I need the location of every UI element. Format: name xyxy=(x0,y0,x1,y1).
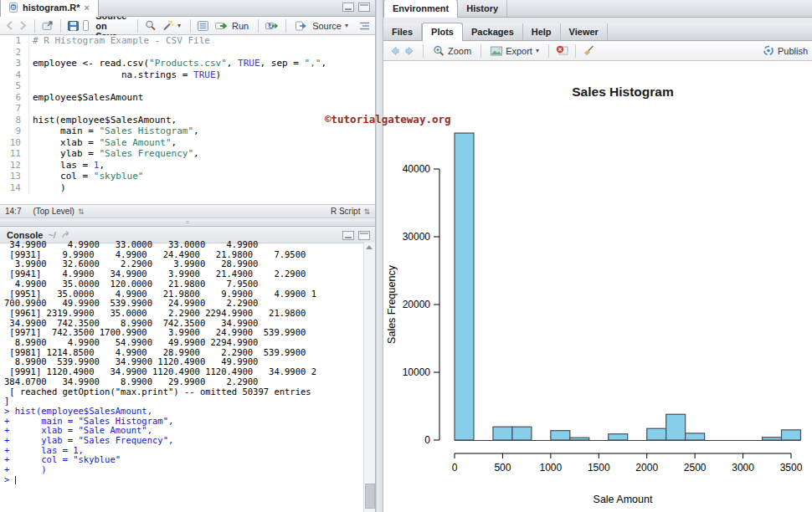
editor-status-bar: 14:7 (Top Level) R Script xyxy=(0,204,375,218)
chevron-down-icon: ▾ xyxy=(345,22,348,29)
histogram-plot: Sales Histogram010000200003000040000Sale… xyxy=(383,61,812,512)
go-to-directory-icon[interactable] xyxy=(61,231,72,239)
previous-plot-icon[interactable] xyxy=(388,46,400,56)
code-line: 11 ylab = "Sales Frequency", xyxy=(0,148,375,160)
svg-text:R: R xyxy=(12,5,16,10)
histogram-bar xyxy=(686,433,705,440)
close-icon[interactable]: × xyxy=(84,3,89,13)
scope-selector[interactable]: (Top Level) xyxy=(33,207,84,216)
find-icon[interactable] xyxy=(145,20,156,31)
console-line: [9961] 2319.9900 35.0000 2.2900 2294.990… xyxy=(4,309,375,319)
line-number: 13 xyxy=(0,171,29,182)
tab-viewer[interactable]: Viewer xyxy=(561,23,608,40)
code-line: 2 xyxy=(0,47,375,59)
maximize-pane-icon[interactable] xyxy=(358,231,370,240)
tab-files[interactable]: Files xyxy=(383,23,422,40)
x-tick-label: 3500 xyxy=(780,462,803,474)
horizontal-splitter[interactable]: = xyxy=(0,218,375,227)
line-number: 1 xyxy=(0,35,29,47)
line-number: 5 xyxy=(0,80,29,92)
line-number: 11 xyxy=(0,148,29,160)
publish-label: Publish xyxy=(778,46,808,56)
plot-display-area: Sales Histogram010000200003000040000Sale… xyxy=(383,61,812,512)
minimize-pane-icon[interactable] xyxy=(342,3,354,12)
forward-icon[interactable] xyxy=(18,21,28,30)
code-tools-button[interactable]: ▾ xyxy=(160,18,183,33)
tab-plots[interactable]: Plots xyxy=(422,23,463,41)
minimize-pane-icon[interactable] xyxy=(342,231,354,240)
zoom-label: Zoom xyxy=(448,46,471,56)
code-line: 9 main = "Sales Histogram", xyxy=(0,125,375,137)
tab-history[interactable]: History xyxy=(458,0,507,17)
histogram-bar xyxy=(551,431,570,440)
code-line: 5 xyxy=(0,80,375,92)
y-tick-label: 0 xyxy=(424,434,430,446)
file-type-selector[interactable]: R Script xyxy=(331,207,370,216)
console-line: + ) xyxy=(4,465,375,475)
x-tick-label: 3000 xyxy=(732,462,754,474)
tab-packages[interactable]: Packages xyxy=(463,23,523,40)
zoom-magnifier-icon xyxy=(433,45,445,56)
editor-tab-bar: R histogram.R* × xyxy=(0,0,375,17)
run-button[interactable]: Run xyxy=(213,19,251,33)
x-tick-label: 2000 xyxy=(635,462,658,474)
environment-tab-bar: EnvironmentHistory xyxy=(383,0,812,18)
left-column: R histogram.R* × Source on Save xyxy=(0,0,376,512)
console-line: 8.9900 4.9900 54.9900 49.9900 2294.9900 xyxy=(4,338,375,348)
magic-wand-icon xyxy=(162,20,174,31)
tab-environment[interactable]: Environment xyxy=(383,0,458,18)
histogram-bar xyxy=(512,427,532,440)
tab-help[interactable]: Help xyxy=(523,23,561,40)
histogram-bar xyxy=(570,438,589,440)
editor-tab-histogram[interactable]: R histogram.R* × xyxy=(0,0,99,17)
console-line: + col = "skyblue" xyxy=(4,455,375,465)
open-in-new-window-icon[interactable] xyxy=(42,21,54,31)
vertical-splitter[interactable] xyxy=(376,0,383,512)
code-editor[interactable]: 1# R Histogram Example - CSV File2 3empl… xyxy=(0,35,375,204)
document-outline-icon[interactable] xyxy=(359,22,370,30)
histogram-bar xyxy=(782,430,801,440)
working-directory: ~/ xyxy=(48,230,55,240)
line-number: 2 xyxy=(0,47,29,59)
source-button[interactable]: Source ▾ xyxy=(293,19,351,33)
line-number: 14 xyxy=(0,182,29,194)
code-line: 4 na.strings = TRUE) xyxy=(0,69,375,81)
y-tick-label: 20000 xyxy=(403,299,431,310)
source-on-save-checkbox[interactable] xyxy=(83,20,89,31)
scroll-up-icon[interactable] xyxy=(366,245,373,249)
histogram-bar xyxy=(493,427,512,440)
console-scrollbar[interactable] xyxy=(363,243,375,512)
back-icon[interactable] xyxy=(5,21,14,30)
maximize-pane-icon[interactable] xyxy=(358,3,370,12)
compile-report-icon[interactable] xyxy=(198,21,208,31)
code-line: 12 las = 1, xyxy=(0,160,375,172)
y-tick-label: 30000 xyxy=(403,231,431,243)
x-axis-label: Sale Amount xyxy=(594,494,653,505)
editor-tab-title: histogram.R* xyxy=(23,3,80,13)
code-line: 6employee$SalesAmount xyxy=(0,92,375,104)
chevron-down-icon: ▾ xyxy=(536,47,539,54)
save-icon[interactable] xyxy=(68,21,79,31)
console-output[interactable]: 34.9900 4.9900 33.0000 33.0000 4.9900 [9… xyxy=(0,240,375,512)
export-image-icon xyxy=(491,46,502,56)
console-line: 34.9900 4.9900 33.0000 33.0000 4.9900 xyxy=(4,240,375,250)
next-plot-icon[interactable] xyxy=(404,46,416,56)
source-icon xyxy=(296,21,309,31)
clear-all-plots-icon[interactable] xyxy=(583,45,594,56)
export-plot-button[interactable]: Export ▾ xyxy=(488,44,542,58)
remove-plot-icon[interactable] xyxy=(556,45,568,56)
y-tick-label: 10000 xyxy=(403,366,431,378)
line-number: 7 xyxy=(0,103,29,115)
code-line: 1# R Histogram Example - CSV File xyxy=(0,35,375,47)
zoom-plot-button[interactable]: Zoom xyxy=(430,44,474,58)
scrollbar-thumb[interactable] xyxy=(365,484,375,509)
publish-icon xyxy=(763,45,774,56)
publish-button[interactable]: Publish xyxy=(763,45,808,56)
histogram-bar xyxy=(666,414,686,440)
editor-toolbar: Source on Save ▾ Run ↻ xyxy=(0,17,375,35)
r-file-icon: R xyxy=(9,3,18,13)
code-line: 8hist(employee$SalesAmount, xyxy=(0,115,375,126)
code-line: 3employee <- read.csv("Products.csv", TR… xyxy=(0,58,375,69)
histogram-bar xyxy=(609,434,628,440)
rerun-icon[interactable]: ↻ xyxy=(265,21,279,31)
